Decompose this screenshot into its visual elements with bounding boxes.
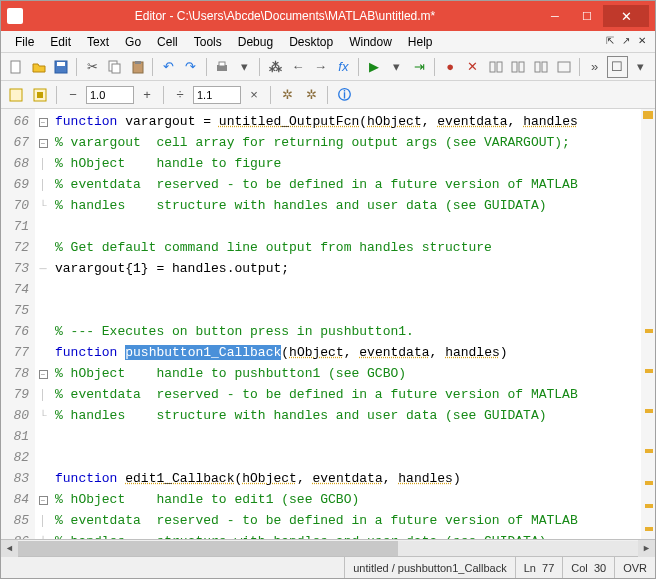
maximize-button[interactable]: ☐ (571, 5, 603, 27)
titlebar: Editor - C:\Users\Abcde\Documents\MATLAB… (1, 1, 655, 31)
breakpoint-icon[interactable]: ● (439, 56, 461, 78)
main-toolbar: ✂ ↶ ↷ ▾ ⁂ ← → fx ▶ ▾ ⇥ ● ✕ » ☐ ▾ (1, 53, 655, 81)
scroll-left-arrow[interactable]: ◄ (1, 540, 18, 557)
publish-settings-icon[interactable]: ✲ (300, 84, 322, 106)
svg-rect-15 (558, 62, 570, 72)
svg-rect-16 (10, 89, 22, 101)
menu-debug[interactable]: Debug (230, 33, 281, 51)
svg-rect-12 (519, 62, 524, 72)
svg-rect-11 (512, 62, 517, 72)
minimize-button[interactable]: ─ (539, 5, 571, 27)
code-content[interactable]: function varargout = untitled_OutputFcn(… (51, 109, 655, 539)
scroll-right-arrow[interactable]: ► (638, 540, 655, 557)
divide-icon[interactable]: ÷ (169, 84, 191, 106)
save-icon[interactable] (50, 56, 72, 78)
menu-tools[interactable]: Tools (186, 33, 230, 51)
open-icon[interactable] (28, 56, 50, 78)
increment-icon[interactable]: + (136, 84, 158, 106)
publish-icon[interactable]: ✲ (276, 84, 298, 106)
run-advance-icon[interactable]: ⇥ (409, 56, 431, 78)
increment-value-input[interactable] (86, 86, 134, 104)
menu-help[interactable]: Help (400, 33, 441, 51)
menu-edit[interactable]: Edit (42, 33, 79, 51)
continue-icon[interactable] (553, 56, 575, 78)
redo-icon[interactable]: ↷ (180, 56, 202, 78)
svg-rect-2 (57, 62, 65, 66)
step-out-icon[interactable] (530, 56, 552, 78)
cell-mode-icon[interactable] (5, 84, 27, 106)
app-icon (7, 8, 23, 24)
find-icon[interactable]: ⁂ (264, 56, 286, 78)
paste-icon[interactable] (127, 56, 149, 78)
decrement-icon[interactable]: − (62, 84, 84, 106)
menu-desktop[interactable]: Desktop (281, 33, 341, 51)
print-icon[interactable] (211, 56, 233, 78)
cell-toolbar: − + ÷ × ✲ ✲ ⓘ (1, 81, 655, 109)
menu-go[interactable]: Go (117, 33, 149, 51)
menu-text[interactable]: Text (79, 33, 117, 51)
svg-rect-0 (11, 61, 20, 73)
step-in-icon[interactable] (508, 56, 530, 78)
menu-window[interactable]: Window (341, 33, 400, 51)
close-button[interactable]: ✕ (603, 5, 649, 27)
multiply-value-input[interactable] (193, 86, 241, 104)
statusbar: untitled / pushbutton1_Callback Ln 77 Co… (1, 556, 655, 578)
fold-column[interactable]: −−││└ ─ −│└ −│└ (35, 109, 51, 539)
scroll-thumb[interactable] (18, 541, 398, 556)
menu-cell[interactable]: Cell (149, 33, 186, 51)
new-icon[interactable] (5, 56, 27, 78)
svg-rect-9 (490, 62, 495, 72)
svg-rect-18 (37, 92, 43, 98)
cut-icon[interactable]: ✂ (81, 56, 103, 78)
cell-eval-icon[interactable] (29, 84, 51, 106)
stack-icon[interactable]: » (584, 56, 606, 78)
copy-icon[interactable] (104, 56, 126, 78)
svg-rect-6 (135, 61, 141, 64)
horizontal-scrollbar[interactable]: ◄ ► (1, 539, 655, 556)
fx-icon[interactable]: fx (332, 56, 354, 78)
info-icon[interactable]: ⓘ (333, 84, 355, 106)
svg-rect-4 (112, 64, 120, 73)
menu-file[interactable]: File (7, 33, 42, 51)
svg-rect-8 (219, 62, 225, 66)
status-line: Ln 77 (515, 557, 563, 578)
run-icon[interactable]: ▶ (363, 56, 385, 78)
svg-rect-13 (535, 62, 540, 72)
svg-rect-14 (542, 62, 547, 72)
clear-bp-icon[interactable]: ✕ (462, 56, 484, 78)
multiply-icon[interactable]: × (243, 84, 265, 106)
undock-button[interactable]: ↗ (619, 35, 633, 49)
window-title: Editor - C:\Users\Abcde\Documents\MATLAB… (31, 9, 539, 23)
menubar: File Edit Text Go Cell Tools Debug Deskt… (1, 31, 655, 53)
run-dropdown-icon[interactable]: ▾ (386, 56, 408, 78)
nav-back-icon[interactable]: ← (287, 56, 309, 78)
status-file: untitled / pushbutton1_Callback (344, 557, 515, 578)
toolbar-dropdown-icon[interactable]: ▾ (629, 56, 651, 78)
status-ovr[interactable]: OVR (614, 557, 655, 578)
nav-fwd-icon[interactable]: → (310, 56, 332, 78)
dock-button[interactable]: ⇱ (603, 35, 617, 49)
close-doc-button[interactable]: ✕ (635, 35, 649, 49)
svg-rect-10 (497, 62, 502, 72)
print-dropdown-icon[interactable]: ▾ (234, 56, 256, 78)
status-col: Col 30 (562, 557, 614, 578)
code-indicator-bar[interactable] (641, 109, 655, 539)
toolbar-end-icon[interactable]: ☐ (607, 56, 629, 78)
line-number-gutter: 6667686970717273747576777879808182838485… (1, 109, 35, 539)
undo-icon[interactable]: ↶ (157, 56, 179, 78)
editor-area[interactable]: 6667686970717273747576777879808182838485… (1, 109, 655, 539)
step-icon[interactable] (485, 56, 507, 78)
